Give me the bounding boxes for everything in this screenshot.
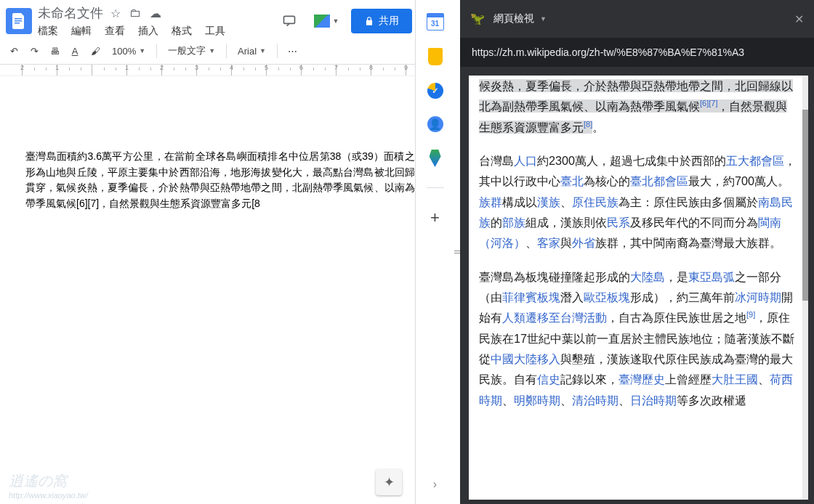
wiki-link[interactable]: 臺北都會區: [630, 174, 688, 187]
webview-title: 網頁檢視: [493, 12, 534, 25]
wiki-link[interactable]: 臺灣歷史: [618, 373, 665, 386]
share-label: 共用: [379, 15, 399, 28]
wiki-link[interactable]: 人口: [514, 154, 537, 167]
star-icon[interactable]: ☆: [110, 7, 121, 20]
svg-rect-3: [284, 16, 295, 23]
wiki-link[interactable]: 歐亞板塊: [584, 290, 630, 304]
wiki-link[interactable]: 外省: [572, 236, 595, 249]
cloud-status-icon[interactable]: ☁: [150, 7, 161, 20]
explore-button[interactable]: ✦: [376, 469, 402, 495]
wiki-link[interactable]: 中國大陸移入: [491, 352, 560, 365]
close-icon[interactable]: ✕: [794, 12, 804, 26]
collapse-rail-button[interactable]: ›: [433, 478, 437, 491]
wiki-link[interactable]: 信史: [537, 373, 560, 386]
wiki-link[interactable]: 人類遷移至台灣活動: [502, 311, 607, 324]
webview-scrollbar[interactable]: [802, 76, 808, 500]
webview-header: 🦖 網頁檢視 ▼ ✕: [460, 0, 814, 38]
calendar-icon[interactable]: 31: [427, 13, 444, 31]
webview-dropdown-icon[interactable]: ▼: [540, 15, 547, 23]
wiki-link[interactable]: 原住民族: [572, 195, 618, 208]
wiki-paragraph-2: 台灣島人口約2300萬人，超過七成集中於西部的五大都會區，其中以行政中心臺北為核…: [479, 150, 797, 253]
google-docs-pane: 未命名文件 ☆ 🗀 ☁ 檔案 編輯 查看 插入 格式 工具 ▼: [0, 0, 454, 504]
svg-rect-0: [15, 18, 22, 20]
side-panel-rail: 31 ✓ 👤 + ›: [415, 0, 454, 504]
menu-insert[interactable]: 插入: [138, 25, 158, 38]
wiki-link[interactable]: 大陸島: [630, 270, 665, 283]
tasks-icon[interactable]: ✓: [427, 83, 443, 99]
zoom-select[interactable]: 100%▼: [108, 41, 150, 61]
menu-tools[interactable]: 工具: [205, 25, 225, 38]
document-body-text[interactable]: 臺灣島面積約3.6萬平方公里，在當前全球各島嶼面積排名中位居第38（或39）面積…: [25, 149, 425, 212]
wiki-link[interactable]: 菲律賓板塊: [502, 290, 560, 304]
wiki-link[interactable]: 日治時期: [630, 394, 677, 407]
rail-divider: [427, 187, 444, 188]
contacts-icon[interactable]: 👤: [427, 116, 443, 132]
title-area: 未命名文件 ☆ 🗀 ☁ 檔案 編輯 查看 插入 格式 工具: [38, 4, 271, 38]
font-select[interactable]: Arial▼: [233, 41, 270, 61]
wiki-link[interactable]: 明鄭時期: [514, 394, 560, 407]
url-bar[interactable]: https://zh.m.wikipedia.org/zh-tw/%E8%87%…: [460, 38, 814, 67]
wiki-paragraph-3: 臺灣島為板塊碰撞隆起形成的大陸島，是東亞島弧之一部分（由菲律賓板塊潛入歐亞板塊形…: [479, 267, 797, 410]
menu-file[interactable]: 檔案: [38, 25, 58, 38]
undo-button[interactable]: ↶: [6, 41, 22, 61]
print-button[interactable]: 🖶: [47, 41, 63, 61]
meet-button[interactable]: ▼: [310, 8, 342, 34]
docs-header: 未命名文件 ☆ 🗀 ☁ 檔案 編輯 查看 插入 格式 工具 ▼: [0, 0, 454, 38]
scrollbar-thumb[interactable]: [802, 110, 808, 301]
wiki-link[interactable]: 冰河時期: [735, 290, 781, 304]
menubar: 檔案 編輯 查看 插入 格式 工具: [38, 22, 271, 38]
add-addon-button[interactable]: +: [430, 208, 440, 227]
wiki-link[interactable]: 臺北: [560, 174, 584, 187]
wiki-link[interactable]: 民系: [607, 216, 630, 229]
wiki-link[interactable]: 部族: [502, 216, 525, 229]
docs-logo-icon[interactable]: [6, 8, 32, 34]
svg-rect-1: [15, 20, 22, 22]
menu-edit[interactable]: 編輯: [71, 25, 92, 38]
horizontal-ruler[interactable]: 2 1 1 2 3 4 5 6 7 8 9 10 11: [0, 65, 454, 76]
document-page[interactable]: 臺灣島面積約3.6萬平方公里，在當前全球各島嶼面積排名中位居第38（或39）面積…: [0, 76, 454, 504]
paragraph-style-select[interactable]: 一般文字▼: [164, 41, 219, 61]
pane-resize-handle[interactable]: ||: [454, 0, 460, 504]
wiki-link[interactable]: 漢族: [537, 195, 560, 208]
more-toolbar-button[interactable]: ⋯: [284, 41, 300, 61]
share-button[interactable]: 共用: [351, 9, 412, 33]
wiki-paragraph-1: 候炎熱，夏季偏長，介於熱帶與亞熱帶地帶之間，北回歸線以北為副熱帶季風氣候、以南為…: [479, 76, 797, 137]
docs-toolbar: ↶ ↷ 🖶 A 🖌 100%▼ 一般文字▼ Arial▼ ⋯ ✎: [0, 38, 454, 65]
move-icon[interactable]: 🗀: [129, 7, 141, 20]
wiki-link[interactable]: 客家: [537, 236, 560, 249]
webview-panel: 🦖 網頁檢視 ▼ ✕ https://zh.m.wikipedia.org/zh…: [460, 0, 814, 504]
menu-format[interactable]: 格式: [172, 25, 192, 38]
wiki-link[interactable]: 清治時期: [572, 394, 618, 407]
webview-content[interactable]: 候炎熱，夏季偏長，介於熱帶與亞熱帶地帶之間，北回歸線以北為副熱帶季風氣候、以南為…: [469, 76, 808, 500]
wiki-link[interactable]: 東亞島弧: [688, 270, 735, 283]
maps-icon[interactable]: [430, 150, 441, 167]
wiki-link[interactable]: 大肚王國: [712, 373, 758, 386]
wiki-link[interactable]: 五大都會區: [726, 154, 784, 167]
wiki-link[interactable]: 族群: [479, 195, 502, 208]
keep-icon[interactable]: [428, 48, 443, 65]
paint-format-button[interactable]: 🖌: [87, 41, 103, 61]
comment-history-icon[interactable]: [277, 9, 302, 33]
svg-rect-2: [15, 23, 20, 24]
watermark: 逍遙の窩 http://www.xiaoyao.tw/: [9, 471, 88, 500]
spellcheck-button[interactable]: A: [67, 41, 83, 61]
redo-button[interactable]: ↷: [26, 41, 42, 61]
document-title[interactable]: 未命名文件: [38, 4, 103, 22]
dino-icon: 🦖: [470, 12, 485, 26]
menu-view[interactable]: 查看: [105, 25, 125, 38]
